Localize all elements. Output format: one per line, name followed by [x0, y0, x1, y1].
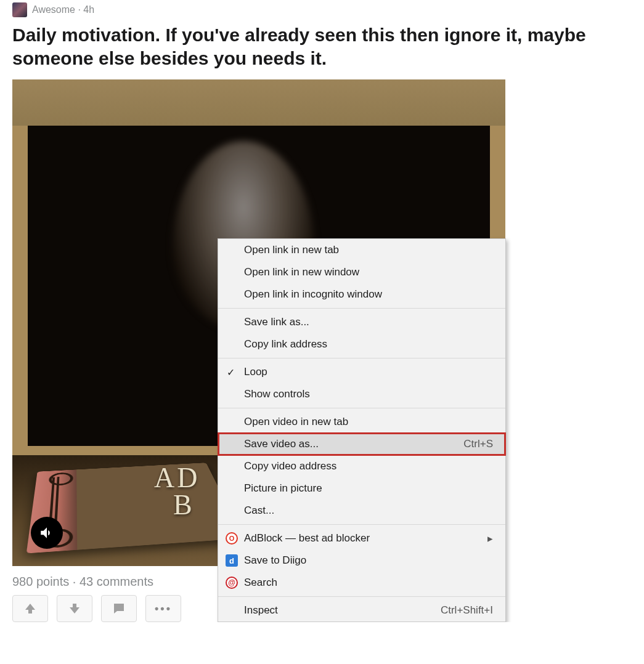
- book-text-2: B: [173, 489, 195, 520]
- context-menu-separator: [218, 408, 505, 408]
- context-menu-item-label: Open video in new tab: [244, 416, 348, 428]
- check-icon: ✓: [227, 366, 235, 378]
- context-menu-item-label: Open link in incognito window: [244, 288, 382, 301]
- comments-label[interactable]: 43 comments: [79, 575, 153, 588]
- downvote-button[interactable]: [57, 595, 92, 622]
- context-menu-item[interactable]: Copy link address: [218, 333, 505, 355]
- context-menu-item-label: Loop: [244, 366, 267, 378]
- context-menu-item[interactable]: Open link in new tab: [218, 239, 505, 261]
- context-menu-item[interactable]: Open video in new tab: [218, 411, 505, 433]
- context-menu-item-label: Save to Diigo: [244, 554, 306, 567]
- context-menu-item[interactable]: dSave to Diigo: [218, 549, 505, 572]
- context-menu-item[interactable]: Show controls: [218, 383, 505, 405]
- post-header: Awesome · 4h: [12, 2, 632, 17]
- context-menu-item-label: Copy link address: [244, 338, 327, 350]
- more-icon: •••: [155, 602, 172, 615]
- context-menu-item-label: Show controls: [244, 388, 310, 400]
- context-menu-separator: [218, 596, 505, 597]
- context-menu-item-label: Save link as...: [244, 316, 309, 328]
- pinterest-icon: @: [226, 577, 238, 589]
- author-name[interactable]: Awesome: [32, 4, 75, 15]
- context-menu-shortcut: Ctrl+S: [463, 438, 493, 450]
- context-menu-item[interactable]: ✓Loop: [218, 361, 505, 383]
- post-timestamp: 4h: [83, 4, 94, 15]
- context-menu-item-label: Cast...: [244, 504, 274, 517]
- context-menu-item[interactable]: Open link in new window: [218, 261, 505, 283]
- context-menu-item[interactable]: Save video as...Ctrl+S: [218, 433, 505, 455]
- more-button[interactable]: •••: [145, 595, 181, 622]
- author-line[interactable]: Awesome · 4h: [32, 4, 94, 15]
- separator: ·: [69, 575, 79, 588]
- downvote-icon: [67, 601, 82, 616]
- context-menu-shortcut: Ctrl+Shift+I: [441, 604, 493, 617]
- context-menu-separator: [218, 524, 505, 525]
- upvote-icon: [23, 601, 38, 616]
- volume-icon: [39, 525, 55, 541]
- submenu-arrow-icon: ▸: [487, 532, 493, 545]
- context-menu-item-label: Picture in picture: [244, 482, 322, 495]
- context-menu-item-label: Copy video address: [244, 460, 336, 472]
- book-text: AD B: [154, 464, 200, 518]
- comment-icon: [112, 601, 126, 616]
- context-menu-item-label: Open link in new window: [244, 266, 359, 278]
- adblock-icon: O: [226, 532, 238, 545]
- avatar[interactable]: [12, 2, 27, 17]
- comment-button[interactable]: [101, 595, 137, 622]
- context-menu-item[interactable]: OAdBlock — best ad blocker▸: [218, 527, 505, 549]
- context-menu-item[interactable]: InspectCtrl+Shift+I: [218, 599, 505, 621]
- context-menu-item[interactable]: @Search: [218, 572, 505, 594]
- context-menu-item-label: Search: [244, 577, 277, 589]
- volume-button[interactable]: [31, 517, 63, 549]
- context-menu-item-label: Inspect: [244, 604, 278, 617]
- context-menu: Open link in new tabOpen link in new win…: [218, 238, 506, 622]
- context-menu-item[interactable]: Cast...: [218, 500, 505, 522]
- context-menu-item[interactable]: Copy video address: [218, 455, 505, 477]
- upvote-button[interactable]: [12, 595, 48, 622]
- context-menu-item[interactable]: Picture in picture: [218, 477, 505, 500]
- context-menu-item-label: Open link in new tab: [244, 244, 339, 256]
- points-label: 980 points: [12, 575, 69, 588]
- context-menu-item-label: AdBlock — best ad blocker: [244, 532, 370, 545]
- separator: ·: [75, 4, 83, 15]
- post-title[interactable]: Daily motivation. If you've already seen…: [12, 23, 632, 70]
- context-menu-separator: [218, 308, 505, 309]
- video-frame-top: [12, 79, 505, 126]
- context-menu-item-label: Save video as...: [244, 438, 319, 450]
- diigo-icon: d: [226, 554, 238, 567]
- context-menu-item[interactable]: Save link as...: [218, 311, 505, 333]
- context-menu-item[interactable]: Open link in incognito window: [218, 283, 505, 306]
- context-menu-separator: [218, 358, 505, 358]
